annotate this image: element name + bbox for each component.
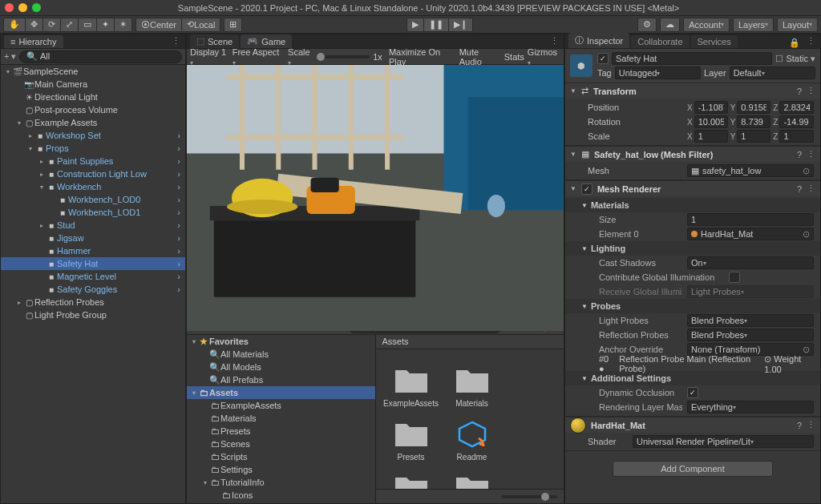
panel-menu-icon[interactable]: ⋮ — [545, 34, 564, 48]
game-view[interactable] — [187, 65, 564, 331]
rotation-y[interactable] — [741, 117, 766, 127]
grid-size-slider[interactable] — [501, 495, 557, 498]
scale-z[interactable] — [783, 131, 810, 141]
prefab-arrow-icon[interactable]: › — [177, 259, 185, 268]
tag-dropdown[interactable]: Untagged — [615, 67, 701, 79]
foldout-icon[interactable]: ▾ — [15, 119, 23, 127]
hierarchy-item[interactable]: ▾■Workbench› — [1, 180, 185, 193]
prefab-arrow-icon[interactable]: › — [177, 143, 185, 153]
rotation-z[interactable] — [783, 117, 810, 127]
help-icon[interactable]: ? — [797, 150, 802, 159]
pivot-toggle[interactable]: ⦿ Center — [135, 18, 182, 32]
scale-x[interactable] — [698, 131, 724, 141]
step-button[interactable]: ▶❙ — [449, 18, 473, 32]
rect-tool[interactable]: ▭ — [79, 18, 97, 32]
foldout-icon[interactable]: ▾ — [38, 183, 46, 191]
project-tree-item[interactable]: 🗀Settings — [187, 463, 375, 476]
maximize-window[interactable] — [32, 3, 41, 12]
layer-dropdown[interactable]: Default — [730, 67, 815, 79]
foldout-icon[interactable]: ▸ — [26, 132, 34, 139]
stats-toggle[interactable]: Stats — [504, 52, 524, 62]
pause-button[interactable]: ❚❚ — [424, 18, 449, 32]
component-menu-icon[interactable]: ⋮ — [807, 420, 815, 430]
hierarchy-item[interactable]: ▢Light Probe Group — [1, 308, 185, 321]
mute-audio[interactable]: Mute Audio — [459, 47, 501, 67]
cloud-icon[interactable]: ☁ — [660, 18, 680, 32]
project-tree-item[interactable]: 🗀Materials — [187, 412, 375, 425]
prefab-arrow-icon[interactable]: › — [177, 182, 185, 192]
prefab-arrow-icon[interactable]: › — [177, 156, 185, 166]
prefab-arrow-icon[interactable]: › — [177, 246, 185, 256]
hierarchy-item[interactable]: ■Workbench_LOD1› — [1, 206, 185, 219]
hierarchy-item[interactable]: ■Jigsaw› — [1, 232, 185, 244]
rotation-x[interactable] — [698, 117, 724, 127]
static-toggle[interactable]: ☐ Static ▾ — [775, 54, 815, 64]
hierarchy-item[interactable]: 📷Main Camera — [1, 78, 185, 91]
tab-scene[interactable]: ⬚ Scene — [190, 34, 239, 48]
help-icon[interactable]: ? — [797, 184, 802, 194]
foldout-icon[interactable]: ▸ — [38, 158, 46, 165]
hierarchy-item[interactable]: ■Workbench_LOD0› — [1, 193, 185, 206]
project-tree-item[interactable]: 🗀Presets — [187, 425, 375, 437]
cast-shadows-dropdown[interactable]: On — [687, 256, 814, 269]
custom-tool[interactable]: ✶ — [115, 18, 132, 32]
gizmos-dropdown[interactable]: Gizmos — [528, 47, 560, 67]
favorite-search[interactable]: 🔍All Materials — [187, 348, 375, 361]
asset-item[interactable]: Scenes — [386, 471, 437, 489]
reflection-probes-dropdown[interactable]: Blend Probes — [687, 329, 814, 341]
active-toggle[interactable]: ✓ — [597, 53, 609, 64]
project-tree-item[interactable]: 🗀ExampleAssets — [187, 399, 375, 412]
foldout-icon[interactable]: ▾ — [4, 68, 12, 75]
component-menu-icon[interactable]: ⋮ — [807, 183, 815, 194]
prefab-arrow-icon[interactable]: › — [177, 169, 185, 179]
project-tree-item[interactable]: 🗀Scripts — [187, 450, 375, 463]
position-z[interactable] — [783, 103, 810, 112]
materials-size[interactable] — [691, 215, 810, 224]
asset-item[interactable]: Materials — [447, 364, 498, 408]
play-button[interactable]: ▶ — [406, 18, 424, 32]
prefab-arrow-icon[interactable]: › — [177, 272, 185, 281]
rotate-tool[interactable]: ⟳ — [43, 18, 61, 32]
meshrenderer-header[interactable]: ▼✓Mesh Renderer?⋮ — [565, 180, 820, 196]
maximize-on-play[interactable]: Maximize On Play — [389, 47, 456, 67]
component-menu-icon[interactable]: ⋮ — [807, 149, 815, 159]
hierarchy-item[interactable]: ▾▢Example Assets — [1, 116, 185, 129]
hierarchy-search[interactable]: 🔍 All — [19, 50, 182, 63]
tab-inspector[interactable]: ⓘ Inspector — [568, 33, 629, 48]
favorites-header[interactable]: ▾★Favorites — [187, 335, 375, 348]
prefab-arrow-icon[interactable]: › — [177, 208, 185, 217]
prefab-arrow-icon[interactable]: › — [177, 195, 185, 204]
hierarchy-item[interactable]: ▾■Props› — [1, 142, 185, 155]
material-header[interactable]: HardHat_Mat?⋮ — [565, 417, 820, 433]
foldout-icon[interactable]: ▸ — [15, 299, 23, 306]
rotation-toggle[interactable]: ⟲ Local — [182, 18, 220, 32]
tab-hierarchy[interactable]: ≡ Hierarchy — [4, 35, 63, 48]
transform-header[interactable]: ▼⇄Transform?⋮ — [565, 83, 820, 99]
meshrenderer-toggle[interactable]: ✓ — [581, 183, 592, 195]
tab-game[interactable]: 🎮 Game — [241, 34, 292, 48]
dynamic-occlusion-toggle[interactable]: ✓ — [687, 387, 698, 398]
rendering-layer-dropdown[interactable]: Everything — [687, 401, 814, 413]
hierarchy-item[interactable]: ■Hammer› — [1, 244, 185, 257]
asset-grid[interactable]: ExampleAssetsMaterialsPresetsReadmeScene… — [376, 349, 564, 489]
light-probes-dropdown[interactable]: Blend Probes — [687, 314, 814, 327]
position-y[interactable] — [741, 103, 766, 112]
hierarchy-item[interactable]: ■Safety Hat› — [1, 257, 185, 270]
panel-menu-icon[interactable]: ⋮ — [167, 34, 185, 48]
project-tree-item[interactable]: 🗀Scenes — [187, 437, 375, 450]
prefab-arrow-icon[interactable]: › — [177, 131, 185, 140]
prefab-arrow-icon[interactable]: › — [177, 220, 185, 230]
component-menu-icon[interactable]: ⋮ — [807, 86, 815, 96]
hierarchy-item[interactable]: ▸■Construction Light Low› — [1, 167, 185, 180]
add-component-button[interactable]: Add Component — [613, 461, 773, 477]
tab-services[interactable]: Services — [691, 35, 738, 48]
create-dropdown[interactable]: + ▾ — [4, 51, 16, 62]
foldout-icon[interactable]: ▸ — [38, 222, 46, 229]
foldout-icon[interactable]: ▸ — [38, 171, 46, 178]
project-tree-item[interactable]: 🗀Icons — [187, 489, 375, 502]
prefab-arrow-icon[interactable]: › — [177, 233, 185, 243]
project-breadcrumb[interactable]: Assets — [376, 335, 564, 349]
favorite-search[interactable]: 🔍All Prefabs — [187, 373, 375, 386]
transform-tool[interactable]: ✦ — [97, 18, 115, 32]
hierarchy-item[interactable]: ▸■Paint Supplies› — [1, 155, 185, 167]
